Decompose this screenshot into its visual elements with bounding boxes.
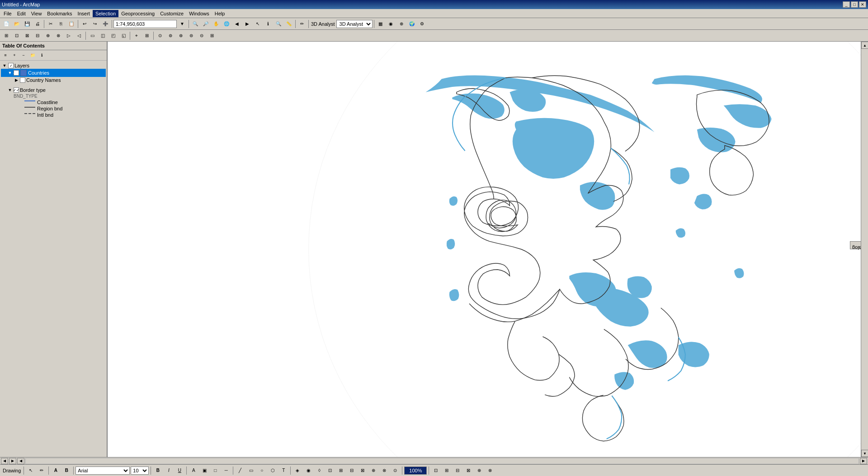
- misc-tool4[interactable]: ⊜: [186, 31, 196, 41]
- extra-tool6[interactable]: ⊗: [485, 466, 495, 476]
- countries-checkbox[interactable]: ✓: [14, 70, 19, 76]
- tool-c[interactable]: ⊠: [22, 31, 32, 41]
- menu-selection[interactable]: Selection: [93, 10, 118, 17]
- map-area[interactable]: Catalog: [108, 42, 861, 457]
- menu-customize[interactable]: Customize: [157, 10, 186, 17]
- draw-tool10[interactable]: ⊙: [390, 466, 400, 476]
- maximize-button[interactable]: □: [851, 1, 858, 8]
- menu-insert[interactable]: Insert: [75, 10, 93, 17]
- zoom-percent-display[interactable]: 100%: [404, 466, 427, 475]
- toc-item-border-type[interactable]: ▼ ✓ Border type: [1, 87, 106, 93]
- menu-windows[interactable]: Windows: [186, 10, 212, 17]
- menu-geoprocessing[interactable]: Geoprocessing: [118, 10, 157, 17]
- toc-remove[interactable]: −: [19, 51, 28, 59]
- zoom-prev-button[interactable]: ◀: [232, 19, 242, 29]
- zoom-in-button[interactable]: 🔍: [190, 19, 200, 29]
- extra-tool3[interactable]: ⊟: [453, 466, 462, 476]
- layers-checkbox[interactable]: [8, 63, 14, 68]
- draw-tool1[interactable]: ◈: [292, 466, 302, 476]
- font-color-button[interactable]: A: [189, 466, 198, 476]
- countries-expand[interactable]: ▼: [7, 70, 13, 76]
- draw-tool8[interactable]: ⊕: [368, 466, 378, 476]
- minimize-button[interactable]: _: [843, 1, 850, 8]
- toc-layers-root[interactable]: ▼ Layers: [1, 62, 106, 69]
- draw-select[interactable]: ↖: [26, 466, 36, 476]
- misc-tool5[interactable]: ⊝: [197, 31, 207, 41]
- toc-list-view[interactable]: ≡: [1, 51, 9, 59]
- border-type-checkbox[interactable]: ✓: [14, 87, 19, 93]
- line-color-button[interactable]: ─: [221, 466, 231, 476]
- draw-line[interactable]: ╱: [235, 466, 245, 476]
- analyst-dropdown[interactable]: 3D Analyst: [336, 20, 373, 28]
- paste-button[interactable]: 📋: [66, 19, 76, 29]
- page-forward-button[interactable]: ▶: [860, 458, 867, 464]
- fill-color-button[interactable]: ▣: [199, 466, 209, 476]
- page-back-button[interactable]: ◀: [17, 458, 24, 464]
- menu-bookmarks[interactable]: Bookmarks: [44, 10, 75, 17]
- select-by-rect[interactable]: ▭: [87, 31, 97, 41]
- country-names-expand[interactable]: ▶: [14, 77, 19, 83]
- draw-tool3[interactable]: ◊: [314, 466, 324, 476]
- editor-button[interactable]: ✏: [297, 19, 307, 29]
- draw-tool4[interactable]: ⊡: [325, 466, 335, 476]
- 3d-tool3[interactable]: ⊕: [396, 19, 406, 29]
- font-size-selector[interactable]: 10: [131, 466, 149, 475]
- misc-tool6[interactable]: ⊞: [207, 31, 217, 41]
- tool-g[interactable]: ▷: [64, 31, 74, 41]
- draw-tool5[interactable]: ⊞: [336, 466, 346, 476]
- measure-button[interactable]: 📏: [284, 19, 294, 29]
- text-italic[interactable]: I: [164, 466, 174, 476]
- coordinate-display[interactable]: 1:74,950,603: [113, 20, 177, 28]
- scroll-right-button[interactable]: ▶: [9, 458, 16, 464]
- coord-dropdown[interactable]: ▼: [177, 19, 187, 29]
- tool-d[interactable]: ⊟: [33, 31, 42, 41]
- layers-expand[interactable]: ▼: [2, 63, 7, 68]
- catalog-tab[interactable]: Catalog: [850, 241, 861, 249]
- draw-text[interactable]: T: [278, 466, 288, 476]
- draw-tool6[interactable]: ⊟: [347, 466, 357, 476]
- new-button[interactable]: 📄: [1, 19, 11, 29]
- h-scroll-track[interactable]: [25, 458, 859, 464]
- cut-button[interactable]: ✂: [46, 19, 56, 29]
- menu-edit[interactable]: Edit: [14, 10, 28, 17]
- save-button[interactable]: 💾: [22, 19, 32, 29]
- 3d-tool2[interactable]: ◉: [386, 19, 396, 29]
- draw-tool7[interactable]: ⊠: [358, 466, 368, 476]
- identify-button[interactable]: ℹ: [263, 19, 273, 29]
- tool-f[interactable]: ⊗: [53, 31, 63, 41]
- scroll-left-button[interactable]: ◀: [1, 458, 8, 464]
- undo-button[interactable]: ↩: [80, 19, 90, 29]
- menu-help[interactable]: Help: [212, 10, 228, 17]
- font-bold[interactable]: B: [61, 466, 71, 476]
- tool-e[interactable]: ⊕: [43, 31, 53, 41]
- copy-button[interactable]: ⎘: [56, 19, 66, 29]
- draw-circle[interactable]: ○: [257, 466, 267, 476]
- draw-tool2[interactable]: ◉: [303, 466, 313, 476]
- select-tool3[interactable]: ◰: [108, 31, 118, 41]
- font-selector[interactable]: Arial: [75, 466, 130, 475]
- text-underline[interactable]: U: [175, 466, 184, 476]
- draw-tool9[interactable]: ⊗: [379, 466, 389, 476]
- redo-button[interactable]: ↪: [90, 19, 100, 29]
- pan-button[interactable]: ✋: [211, 19, 221, 29]
- settings-button[interactable]: ⚙: [417, 19, 427, 29]
- draw-polygon[interactable]: ⬡: [268, 466, 278, 476]
- print-button[interactable]: 🖨: [33, 19, 42, 29]
- toc-properties[interactable]: ℹ: [38, 51, 46, 59]
- snap-tool2[interactable]: ⊞: [142, 31, 152, 41]
- draw-rect[interactable]: ▭: [246, 466, 256, 476]
- tool-a[interactable]: ⊞: [1, 31, 11, 41]
- zoom-out-button[interactable]: 🔎: [201, 19, 211, 29]
- outline-color-button[interactable]: □: [210, 466, 220, 476]
- toc-add[interactable]: +: [10, 51, 19, 59]
- select-tool4[interactable]: ◱: [118, 31, 128, 41]
- find-button[interactable]: 🔍: [274, 19, 283, 29]
- menu-view[interactable]: View: [28, 10, 45, 17]
- misc-tool1[interactable]: ⊙: [155, 31, 165, 41]
- font-a-button[interactable]: A: [51, 466, 61, 476]
- toc-item-country-names[interactable]: ▶ Country Names: [1, 77, 106, 83]
- draw-edit[interactable]: ✏: [37, 466, 47, 476]
- misc-tool2[interactable]: ⊚: [165, 31, 175, 41]
- open-button[interactable]: 📂: [12, 19, 22, 29]
- add-data-button[interactable]: ➕: [100, 19, 110, 29]
